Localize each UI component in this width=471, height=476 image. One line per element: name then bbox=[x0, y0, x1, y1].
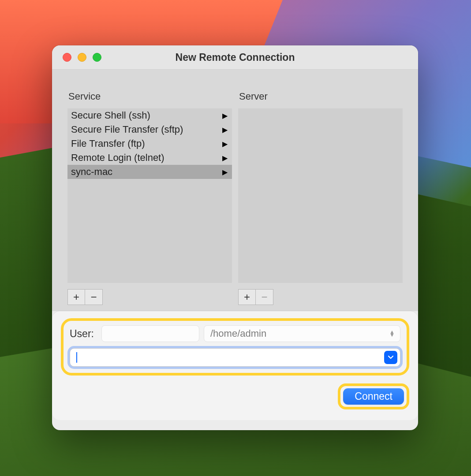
maximize-icon[interactable] bbox=[93, 53, 101, 62]
traffic-lights bbox=[52, 53, 101, 62]
plus-icon: + bbox=[244, 291, 250, 303]
window-title: New Remote Connection bbox=[52, 52, 418, 63]
chevron-right-icon: ▶ bbox=[222, 140, 228, 148]
service-item-label: Remote Login (telnet) bbox=[71, 152, 164, 164]
connect-row: Connect bbox=[61, 383, 409, 409]
connect-highlight: Connect bbox=[338, 383, 409, 409]
service-pm-row: + − bbox=[67, 289, 232, 305]
server-pm-row: + − bbox=[238, 289, 403, 305]
server-column: Server + − bbox=[238, 91, 403, 311]
server-listbox[interactable] bbox=[238, 108, 403, 283]
service-item-label: Secure File Transfer (sftp) bbox=[71, 124, 183, 135]
minus-icon: − bbox=[90, 291, 97, 303]
service-item-label: Secure Shell (ssh) bbox=[71, 110, 150, 121]
user-input[interactable] bbox=[101, 325, 199, 342]
add-service-button[interactable]: + bbox=[67, 289, 85, 305]
titlebar: New Remote Connection bbox=[52, 45, 418, 70]
content-upper: Service Secure Shell (ssh) ▶ Secure File… bbox=[52, 70, 418, 311]
path-select[interactable]: /home/admin ▲▼ bbox=[204, 325, 400, 342]
close-icon[interactable] bbox=[63, 53, 71, 62]
plus-icon: + bbox=[73, 291, 79, 303]
service-item-sftp[interactable]: Secure File Transfer (sftp) ▶ bbox=[67, 123, 232, 137]
chevron-right-icon: ▶ bbox=[222, 126, 228, 134]
chevron-right-icon: ▶ bbox=[222, 168, 228, 176]
service-column: Service Secure Shell (ssh) ▶ Secure File… bbox=[67, 91, 232, 311]
service-item-ftp[interactable]: File Transfer (ftp) ▶ bbox=[67, 137, 232, 151]
remove-server-button: − bbox=[256, 289, 273, 305]
service-item-sync-mac[interactable]: sync-mac ▶ bbox=[67, 165, 232, 179]
minimize-icon[interactable] bbox=[78, 53, 86, 62]
service-listbox[interactable]: Secure Shell (ssh) ▶ Secure File Transfe… bbox=[67, 108, 232, 283]
chevron-right-icon: ▶ bbox=[222, 154, 228, 162]
service-item-label: File Transfer (ftp) bbox=[71, 138, 145, 149]
service-header: Service bbox=[67, 91, 232, 102]
service-item-telnet[interactable]: Remote Login (telnet) ▶ bbox=[67, 151, 232, 165]
command-combo[interactable] bbox=[70, 348, 400, 367]
server-header: Server bbox=[238, 91, 403, 102]
connect-label: Connect bbox=[355, 390, 392, 402]
combo-row bbox=[70, 348, 400, 367]
minus-icon: − bbox=[261, 291, 267, 303]
user-row: User: /home/admin ▲▼ bbox=[70, 325, 400, 342]
add-server-button[interactable]: + bbox=[238, 289, 256, 305]
lower-panel: User: /home/admin ▲▼ bbox=[52, 311, 418, 420]
remove-service-button[interactable]: − bbox=[85, 289, 103, 305]
service-item-label: sync-mac bbox=[71, 166, 112, 178]
chevron-down-icon bbox=[388, 355, 394, 360]
user-highlight-group: User: /home/admin ▲▼ bbox=[61, 318, 409, 376]
connect-button[interactable]: Connect bbox=[343, 388, 404, 405]
dialog-window: New Remote Connection Service Secure She… bbox=[52, 45, 418, 430]
service-item-ssh[interactable]: Secure Shell (ssh) ▶ bbox=[67, 108, 232, 123]
chevron-right-icon: ▶ bbox=[222, 112, 228, 120]
path-value: /home/admin bbox=[210, 328, 266, 339]
command-input[interactable] bbox=[77, 353, 384, 363]
user-label: User: bbox=[70, 328, 97, 340]
stepper-icon: ▲▼ bbox=[389, 331, 395, 337]
combo-toggle-button[interactable] bbox=[384, 351, 397, 364]
